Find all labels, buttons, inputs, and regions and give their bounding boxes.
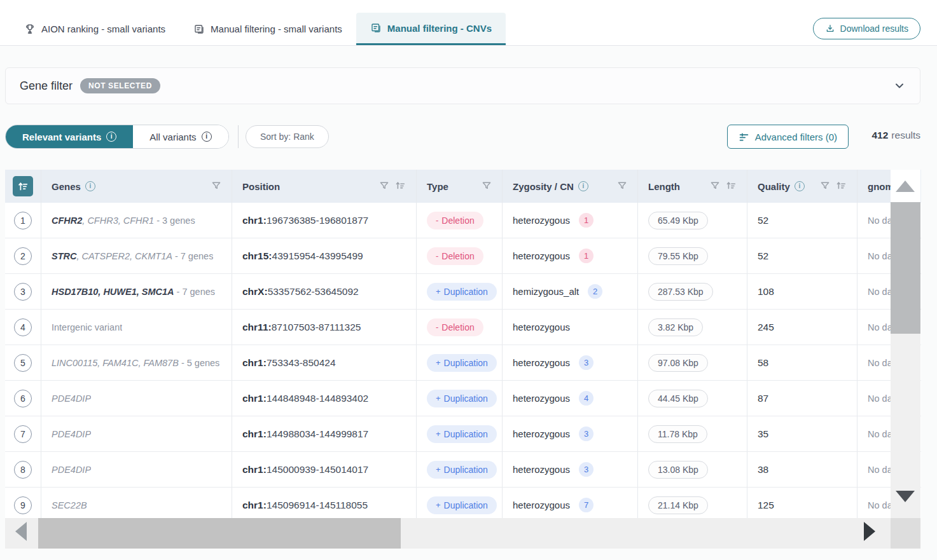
header-length: Length bbox=[638, 170, 747, 203]
position-cell: chr1:145096914-145118055 bbox=[232, 488, 417, 518]
zygosity-cell: heterozygous 1 bbox=[503, 238, 638, 273]
copy-number-badge: 3 bbox=[579, 427, 593, 441]
scroll-down-arrow-icon[interactable] bbox=[896, 491, 915, 502]
quality-cell: 35 bbox=[747, 416, 857, 451]
type-cell: -Deletion bbox=[417, 310, 503, 345]
quality-value: 125 bbox=[758, 500, 774, 511]
chromosome: chrX: bbox=[242, 286, 268, 297]
table-row[interactable]: 9 SEC22B chr1:145096914-145118055 +Dupli… bbox=[5, 488, 921, 518]
table-body: 1 CFHR2, CFHR3, CFHR1 - 3 genes chr1:196… bbox=[5, 203, 921, 518]
sort-ascending-icon[interactable] bbox=[13, 176, 33, 196]
type-pill: +Duplication bbox=[427, 283, 497, 301]
info-icon: i bbox=[202, 132, 212, 142]
row-number-badge[interactable]: 7 bbox=[14, 425, 32, 443]
info-icon[interactable]: i bbox=[795, 181, 805, 191]
trophy-icon bbox=[24, 24, 36, 35]
row-number-badge[interactable]: 1 bbox=[14, 212, 32, 229]
horizontal-scrollbar[interactable] bbox=[5, 518, 891, 549]
report-icon bbox=[370, 22, 382, 34]
zygosity-label: heterozygous bbox=[513, 393, 570, 404]
relevant-variants-button[interactable]: Relevant variants i bbox=[6, 125, 133, 148]
chevron-down-icon[interactable] bbox=[893, 79, 906, 92]
position-cell: chr1:753343-850424 bbox=[232, 345, 417, 380]
table-row[interactable]: 1 CFHR2, CFHR3, CFHR1 - 3 genes chr1:196… bbox=[5, 203, 921, 238]
all-variants-button[interactable]: All variants i bbox=[133, 125, 228, 148]
row-number-badge[interactable]: 5 bbox=[14, 354, 32, 372]
filter-funnel-icon[interactable] bbox=[482, 181, 492, 193]
filter-funnel-icon[interactable] bbox=[820, 181, 830, 193]
advanced-filters-button[interactable]: Advanced filters (0) bbox=[727, 125, 849, 149]
sort-by-button[interactable]: Sort by: Rank bbox=[246, 125, 329, 148]
position-range: 145000939-145014017 bbox=[267, 464, 368, 475]
quality-cell: 125 bbox=[747, 488, 857, 518]
vertical-scrollbar-thumb[interactable] bbox=[891, 202, 920, 334]
row-number-badge[interactable]: 2 bbox=[14, 247, 32, 265]
tab-manual-filtering-cnvs[interactable]: Manual filtering - CNVs bbox=[356, 13, 506, 45]
quality-value: 52 bbox=[758, 250, 768, 262]
type-sign: - bbox=[436, 251, 438, 261]
length-pill: 79.55 Kbp bbox=[648, 247, 708, 265]
header-label: Quality bbox=[758, 181, 790, 192]
table-row[interactable]: 2 STRC, CATSPER2, CKMT1A - 7 genes chr15… bbox=[5, 238, 921, 274]
table-row[interactable]: 3 HSD17B10, HUWE1, SMC1A - 7 genes chrX:… bbox=[5, 274, 921, 310]
filter-funnel-icon[interactable] bbox=[710, 181, 720, 193]
zygosity-label: heterozygous bbox=[513, 428, 570, 439]
table-row[interactable]: 5 LINC00115, FAM41C, FAM87B - 5 genes ch… bbox=[5, 345, 921, 381]
position-range: 196736385-196801877 bbox=[267, 215, 368, 226]
row-number-cell: 6 bbox=[5, 381, 41, 416]
scroll-right-arrow-icon[interactable] bbox=[864, 522, 875, 541]
quality-cell: 245 bbox=[747, 310, 857, 345]
zygosity-cell: hemizygous_alt 2 bbox=[503, 274, 638, 309]
position-range: 144988034-144999817 bbox=[267, 428, 368, 440]
chromosome: chr1: bbox=[242, 215, 267, 226]
header-label: Position bbox=[242, 181, 280, 192]
length-pill: 65.49 Kbp bbox=[648, 212, 708, 229]
type-label: Duplication bbox=[444, 358, 488, 368]
quality-cell: 52 bbox=[747, 238, 857, 273]
zygosity-cell: heterozygous 3 bbox=[503, 452, 638, 487]
position-range: 145096914-145118055 bbox=[267, 500, 368, 511]
table-row[interactable]: 8 PDE4DIP chr1:145000939-145014017 +Dupl… bbox=[5, 452, 921, 488]
table-row[interactable]: 4 Intergenic variant chr11:87107503-8711… bbox=[5, 310, 921, 345]
row-number-badge[interactable]: 3 bbox=[14, 283, 32, 301]
variants-toggle: Relevant variants i All variants i bbox=[5, 125, 229, 149]
position-cell: chr1:144988034-144999817 bbox=[232, 416, 417, 451]
row-number-badge[interactable]: 6 bbox=[14, 390, 32, 407]
genes-cell: PDE4DIP bbox=[41, 416, 232, 451]
gene-filter-panel[interactable]: Gene filter NOT SELECTED bbox=[5, 67, 920, 104]
quality-cell: 87 bbox=[747, 381, 857, 416]
scroll-left-arrow-icon[interactable] bbox=[15, 522, 27, 541]
type-label: Deletion bbox=[441, 322, 474, 332]
chromosome: chr1: bbox=[242, 500, 267, 511]
quality-value: 58 bbox=[758, 357, 768, 369]
type-cell: +Duplication bbox=[417, 488, 503, 518]
tab-manual-filtering-small-variants[interactable]: Manual filtering - small variants bbox=[179, 13, 356, 45]
scroll-up-arrow-icon[interactable] bbox=[896, 181, 915, 192]
table-row[interactable]: 6 PDE4DIP chr1:144848948-144893402 +Dupl… bbox=[5, 381, 921, 416]
tab-aion-ranking[interactable]: AION ranking - small variants bbox=[10, 13, 179, 45]
type-pill: +Duplication bbox=[427, 461, 497, 479]
filter-lines-icon bbox=[739, 132, 749, 142]
genes-cell: LINC00115, FAM41C, FAM87B - 5 genes bbox=[41, 345, 232, 380]
filter-funnel-icon[interactable] bbox=[617, 181, 627, 193]
filter-funnel-icon[interactable] bbox=[211, 181, 221, 193]
table-row[interactable]: 7 PDE4DIP chr1:144988034-144999817 +Dupl… bbox=[5, 416, 921, 452]
position-cell: chr15:43915954-43995499 bbox=[232, 238, 417, 273]
download-results-button[interactable]: Download results bbox=[813, 18, 920, 39]
info-icon: i bbox=[106, 132, 116, 142]
length-pill: 97.08 Kbp bbox=[648, 354, 708, 372]
sort-icon[interactable] bbox=[835, 180, 847, 193]
row-number-badge[interactable]: 8 bbox=[14, 461, 32, 479]
horizontal-scrollbar-thumb[interactable] bbox=[38, 518, 401, 549]
sort-icon[interactable] bbox=[725, 180, 737, 193]
filter-funnel-icon[interactable] bbox=[379, 181, 389, 193]
header-label: Length bbox=[648, 181, 680, 192]
info-icon[interactable]: i bbox=[85, 181, 95, 191]
row-number-badge[interactable]: 9 bbox=[14, 496, 32, 514]
type-label: Duplication bbox=[444, 287, 488, 297]
sort-icon[interactable] bbox=[394, 180, 406, 193]
row-number-badge[interactable]: 4 bbox=[14, 318, 32, 336]
info-icon[interactable]: i bbox=[578, 181, 588, 191]
quality-value: 35 bbox=[758, 428, 768, 440]
header-zygosity: Zygosity / CN i bbox=[503, 170, 638, 203]
